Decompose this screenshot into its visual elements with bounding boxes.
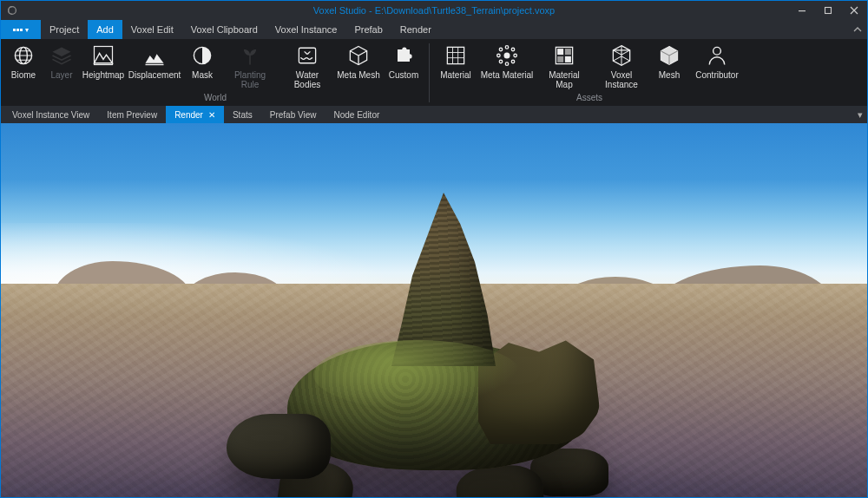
svg-rect-1 xyxy=(799,10,806,11)
ribbon-button-label: Material xyxy=(440,70,471,80)
close-icon[interactable]: ✕ xyxy=(208,110,215,120)
heightmap-button[interactable]: Heightmap xyxy=(81,40,126,92)
svg-point-16 xyxy=(499,60,503,63)
planting-rule-button: Planting Rule xyxy=(221,40,279,92)
meta-mesh-button[interactable]: Meta Mesh xyxy=(336,40,381,92)
svg-rect-2 xyxy=(825,8,832,14)
document-tab-strip: Voxel Instance ViewItem PreviewRender✕St… xyxy=(1,106,867,123)
render-viewport[interactable] xyxy=(1,123,867,497)
svg-point-17 xyxy=(511,60,515,63)
mesh-button[interactable]: Mesh xyxy=(650,40,688,92)
puzzle-icon xyxy=(391,43,416,68)
ribbon-button-label: Planting Rule xyxy=(234,70,266,89)
meta-material-button[interactable]: Meta Material xyxy=(478,40,536,92)
svg-point-12 xyxy=(497,54,501,57)
ribbon-collapse-button[interactable] xyxy=(848,20,867,39)
ribbon-group-label: Assets xyxy=(433,92,746,104)
water-bodies-button[interactable]: Water Bodies xyxy=(279,40,336,92)
plant-icon xyxy=(238,43,262,68)
ribbon-button-label: Displacement xyxy=(128,70,181,80)
ribbon-button-label: Layer xyxy=(50,70,72,80)
close-button[interactable] xyxy=(841,1,867,20)
svg-rect-8 xyxy=(447,47,464,63)
ribbon-button-label: Mask xyxy=(192,70,213,80)
svg-rect-5 xyxy=(95,47,113,65)
tab-label: Node Editor xyxy=(333,110,379,120)
material-map-button[interactable]: Material Map xyxy=(536,40,593,92)
mesh-icon xyxy=(346,43,371,68)
contributor-button[interactable]: Contributor xyxy=(688,40,746,92)
menu-bar: ▾ ProjectAddVoxel EditVoxel ClipboardVox… xyxy=(1,20,867,39)
menu-prefab[interactable]: Prefab xyxy=(345,20,391,39)
tab-label: Stats xyxy=(233,110,253,120)
water-icon xyxy=(295,43,319,68)
menu-render[interactable]: Render xyxy=(391,20,440,39)
ribbon-group-assets: MaterialMeta MaterialMaterial MapVoxel I… xyxy=(430,40,749,106)
tab-item-preview[interactable]: Item Preview xyxy=(98,106,166,123)
ribbon-button-label: Water Bodies xyxy=(294,70,321,89)
heightmap-icon xyxy=(91,43,115,68)
menu-add[interactable]: Add xyxy=(88,20,122,39)
tab-node-editor[interactable]: Node Editor xyxy=(325,106,388,123)
voxel-instance-button[interactable]: Voxel Instance xyxy=(593,40,650,92)
ribbon-button-label: Voxel Instance xyxy=(605,70,638,89)
biome-button[interactable]: Biome xyxy=(4,40,43,92)
ribbon-toolbar: BiomeLayerHeightmapDisplacementMaskPlant… xyxy=(1,39,867,106)
svg-point-11 xyxy=(505,62,509,66)
svg-rect-20 xyxy=(565,49,571,55)
mask-button[interactable]: Mask xyxy=(183,40,221,92)
material-icon xyxy=(444,43,468,68)
meshfull-icon xyxy=(657,43,681,68)
tab-stats[interactable]: Stats xyxy=(224,106,261,123)
layers-icon xyxy=(49,43,74,68)
svg-rect-21 xyxy=(557,56,563,62)
app-icon xyxy=(1,4,23,16)
displacement-button[interactable]: Displacement xyxy=(126,40,183,92)
menu-voxel-instance[interactable]: Voxel Instance xyxy=(266,20,346,39)
ribbon-button-label: Mesh xyxy=(659,70,680,80)
custom-button[interactable]: Custom xyxy=(381,40,426,92)
tab-label: Item Preview xyxy=(107,110,157,120)
voxinst-icon xyxy=(609,43,634,68)
tab-label: Render xyxy=(174,110,203,120)
metamat-icon xyxy=(495,43,519,68)
file-menu-button[interactable]: ▾ xyxy=(1,20,41,39)
maximize-button[interactable] xyxy=(815,1,841,20)
layer-button: Layer xyxy=(43,40,81,92)
svg-rect-22 xyxy=(565,56,571,62)
ribbon-button-label: Meta Mesh xyxy=(337,70,379,80)
displacement-icon xyxy=(142,43,167,68)
minimize-button[interactable] xyxy=(789,1,815,20)
menu-voxel-clipboard[interactable]: Voxel Clipboard xyxy=(182,20,266,39)
tab-voxel-instance-view[interactable]: Voxel Instance View xyxy=(3,106,98,123)
turtle-terrain-model xyxy=(235,279,635,497)
matmap-icon xyxy=(552,43,576,68)
ribbon-button-label: Custom xyxy=(389,70,418,80)
material-button[interactable]: Material xyxy=(433,40,478,92)
menu-project[interactable]: Project xyxy=(41,20,88,39)
svg-point-23 xyxy=(713,47,721,55)
tab-label: Prefab View xyxy=(270,110,317,120)
svg-rect-7 xyxy=(299,48,315,63)
title-bar: Voxel Studio - E:\Download\Turtle38_Terr… xyxy=(1,1,867,20)
ribbon-button-label: Meta Material xyxy=(481,70,534,80)
svg-point-9 xyxy=(504,53,510,59)
ribbon-group-world: BiomeLayerHeightmapDisplacementMaskPlant… xyxy=(1,40,430,106)
svg-point-15 xyxy=(511,48,515,51)
svg-rect-19 xyxy=(557,49,563,55)
svg-point-14 xyxy=(499,48,503,51)
person-icon xyxy=(705,43,729,68)
window-title: Voxel Studio - E:\Download\Turtle38_Terr… xyxy=(313,5,555,16)
tab-overflow-button[interactable]: ▾ xyxy=(853,106,867,123)
ribbon-button-label: Heightmap xyxy=(82,70,124,80)
tab-render[interactable]: Render✕ xyxy=(166,106,224,123)
tab-label: Voxel Instance View xyxy=(12,110,89,120)
app-menu-icon xyxy=(13,29,23,31)
ribbon-group-label: World xyxy=(4,92,426,104)
svg-point-10 xyxy=(505,46,509,49)
svg-point-13 xyxy=(514,54,517,57)
globe-icon xyxy=(11,43,36,68)
caret-down-icon: ▾ xyxy=(25,26,29,34)
tab-prefab-view[interactable]: Prefab View xyxy=(261,106,326,123)
menu-voxel-edit[interactable]: Voxel Edit xyxy=(122,20,182,39)
